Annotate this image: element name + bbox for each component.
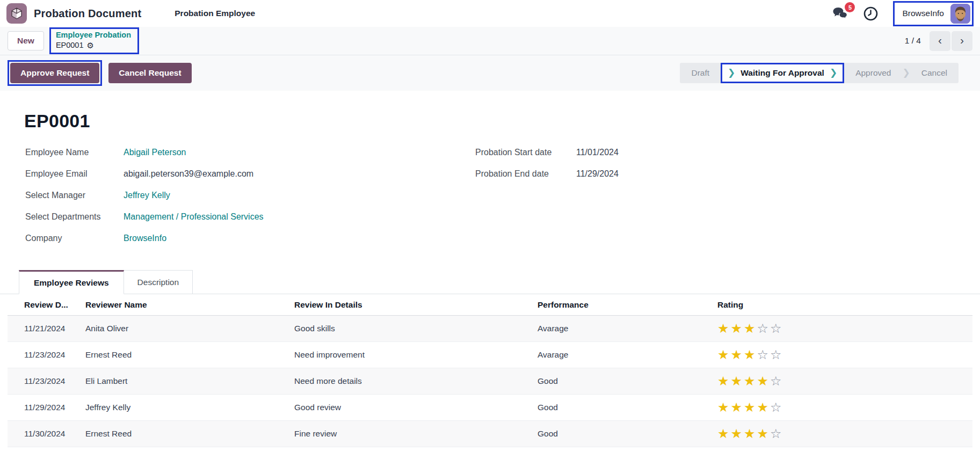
employee-reviews-table: Review D... Reviewer Name Review In Deta… bbox=[0, 294, 980, 447]
table-row[interactable]: 11/23/2024 Eli Lambert Need more details… bbox=[8, 368, 972, 395]
rating-stars[interactable]: ★★★☆☆ bbox=[717, 348, 965, 361]
star-icon[interactable]: ★ bbox=[717, 322, 729, 335]
active-stage-label: Waiting For Approval bbox=[737, 68, 827, 78]
field-select-departments: Select Departments Management / Professi… bbox=[25, 212, 475, 222]
field-label: Employee Name bbox=[25, 148, 124, 157]
star-icon[interactable]: ☆ bbox=[770, 348, 782, 361]
gear-icon[interactable]: ⚙ bbox=[86, 40, 93, 50]
review-details-cell: Need improvement bbox=[294, 350, 538, 360]
field-label: Select Departments bbox=[25, 212, 124, 222]
star-icon[interactable]: ☆ bbox=[770, 427, 782, 440]
star-icon[interactable]: ★ bbox=[731, 375, 743, 388]
breadcrumb[interactable]: Employee Probation EP0001 ⚙ bbox=[49, 27, 139, 54]
table-row[interactable]: 11/30/2024 Ernest Reed Fine review Good … bbox=[8, 421, 972, 447]
chevron-left-icon: ‹ bbox=[938, 34, 942, 47]
table-row[interactable]: 11/23/2024 Ernest Reed Need improvement … bbox=[8, 342, 972, 368]
messages-button[interactable]: 5 bbox=[832, 6, 848, 20]
manager-link[interactable]: Jeffrey Kelly bbox=[124, 191, 170, 200]
stage-cancel[interactable]: Cancel bbox=[910, 68, 959, 78]
company-link[interactable]: BrowseInfo bbox=[124, 234, 166, 243]
control-panel: New Employee Probation EP0001 ⚙ 1 / 4 ‹ … bbox=[0, 27, 980, 91]
statusbar: Draft ❯ Waiting For Approval ❯ Approved … bbox=[680, 63, 959, 83]
pager-previous-button[interactable]: ‹ bbox=[930, 31, 950, 51]
star-icon[interactable]: ★ bbox=[744, 375, 756, 388]
end-date-value[interactable]: 11/29/2024 bbox=[576, 169, 619, 179]
notebook-tabs: Employee Reviews Description bbox=[0, 270, 980, 294]
review-date-cell: 11/30/2024 bbox=[24, 429, 85, 439]
activity-button[interactable] bbox=[863, 6, 878, 21]
star-icon[interactable]: ★ bbox=[757, 401, 769, 414]
column-header-rating[interactable]: Rating bbox=[717, 300, 965, 310]
new-button[interactable]: New bbox=[8, 31, 44, 50]
star-icon[interactable]: ★ bbox=[717, 375, 729, 388]
reviewer-name-cell: Anita Oliver bbox=[85, 324, 294, 333]
app-title: Probation Document bbox=[34, 8, 141, 20]
stage-draft[interactable]: Draft bbox=[680, 68, 721, 78]
stage-separator-icon: ❯ bbox=[903, 67, 910, 79]
table-row[interactable]: 11/21/2024 Anita Oliver Good skills Avar… bbox=[8, 316, 972, 342]
reviewer-name-cell: Ernest Reed bbox=[85, 350, 294, 360]
stage-waiting-for-approval[interactable]: ❯ Waiting For Approval ❯ bbox=[721, 63, 844, 83]
review-date-cell: 11/29/2024 bbox=[24, 403, 85, 412]
form-sheet: EP0001 Employee Name Abigail Peterson Em… bbox=[0, 91, 980, 466]
column-header-review-details[interactable]: Review In Details bbox=[294, 300, 538, 310]
employee-email-value[interactable]: abigail.peterson39@example.com bbox=[124, 169, 253, 179]
tab-employee-reviews[interactable]: Employee Reviews bbox=[19, 270, 124, 294]
reviewer-name-cell: Jeffrey Kelly bbox=[85, 403, 294, 412]
star-icon[interactable]: ★ bbox=[731, 348, 743, 361]
star-icon[interactable]: ★ bbox=[717, 401, 729, 414]
review-details-cell: Good review bbox=[294, 403, 538, 412]
performance-cell: Good bbox=[538, 376, 717, 386]
stage-approved[interactable]: Approved bbox=[844, 68, 902, 78]
departments-link[interactable]: Management / Professional Services bbox=[124, 212, 264, 222]
column-header-reviewer-name[interactable]: Reviewer Name bbox=[85, 300, 294, 310]
approve-request-button[interactable]: Approve Request bbox=[10, 63, 99, 83]
employee-name-link[interactable]: Abigail Peterson bbox=[124, 148, 186, 157]
rating-stars[interactable]: ★★★★☆ bbox=[717, 427, 965, 440]
action-row: Approve Request Cancel Request Draft ❯ W… bbox=[0, 55, 980, 91]
rating-stars[interactable]: ★★★☆☆ bbox=[717, 322, 965, 335]
menu-probation-employee[interactable]: Probation Employee bbox=[175, 9, 255, 18]
field-employee-name: Employee Name Abigail Peterson bbox=[25, 148, 475, 157]
app-logo[interactable] bbox=[6, 3, 27, 24]
stage-arrow-icon: ❯ bbox=[722, 67, 737, 79]
rating-stars[interactable]: ★★★★☆ bbox=[717, 375, 965, 388]
clock-icon bbox=[863, 6, 878, 21]
cube-icon bbox=[10, 7, 23, 20]
star-icon[interactable]: ★ bbox=[744, 322, 756, 335]
user-avatar bbox=[950, 4, 970, 24]
star-icon[interactable]: ☆ bbox=[757, 348, 769, 361]
user-menu[interactable]: BrowseInfo bbox=[893, 1, 974, 26]
star-icon[interactable]: ★ bbox=[744, 348, 756, 361]
star-icon[interactable]: ★ bbox=[731, 322, 743, 335]
star-icon[interactable]: ☆ bbox=[757, 322, 769, 335]
table-row[interactable]: 11/29/2024 Jeffrey Kelly Good review Goo… bbox=[8, 395, 972, 421]
star-icon[interactable]: ★ bbox=[717, 427, 729, 440]
star-icon[interactable]: ★ bbox=[757, 375, 769, 388]
star-icon[interactable]: ★ bbox=[717, 348, 729, 361]
field-probation-end-date: Probation End date 11/29/2024 bbox=[475, 169, 619, 179]
probation-form-page: Probation Document Probation Employee 5 bbox=[0, 0, 980, 466]
star-icon[interactable]: ☆ bbox=[770, 401, 782, 414]
review-details-cell: Good skills bbox=[294, 324, 538, 333]
star-icon[interactable]: ★ bbox=[744, 427, 756, 440]
pager-next-button[interactable]: › bbox=[952, 31, 972, 51]
rating-stars[interactable]: ★★★★☆ bbox=[717, 401, 965, 414]
breadcrumb-parent[interactable]: Employee Probation bbox=[56, 30, 131, 40]
star-icon[interactable]: ☆ bbox=[770, 322, 782, 335]
performance-cell: Avarage bbox=[538, 350, 717, 360]
cancel-request-button[interactable]: Cancel Request bbox=[108, 63, 191, 83]
star-icon[interactable]: ★ bbox=[744, 401, 756, 414]
column-header-performance[interactable]: Performance bbox=[538, 300, 717, 310]
field-probation-start-date: Probation Start date 11/01/2024 bbox=[475, 148, 619, 157]
start-date-value[interactable]: 11/01/2024 bbox=[576, 148, 619, 157]
pager-count: 1 / 4 bbox=[905, 36, 921, 46]
star-icon[interactable]: ★ bbox=[731, 401, 743, 414]
star-icon[interactable]: ☆ bbox=[770, 375, 782, 388]
star-icon[interactable]: ★ bbox=[731, 427, 743, 440]
field-select-manager: Select Manager Jeffrey Kelly bbox=[25, 191, 475, 200]
star-icon[interactable]: ★ bbox=[757, 427, 769, 440]
column-header-review-date[interactable]: Review D... bbox=[24, 300, 85, 310]
review-date-cell: 11/23/2024 bbox=[24, 376, 85, 386]
tab-description[interactable]: Description bbox=[124, 270, 193, 294]
